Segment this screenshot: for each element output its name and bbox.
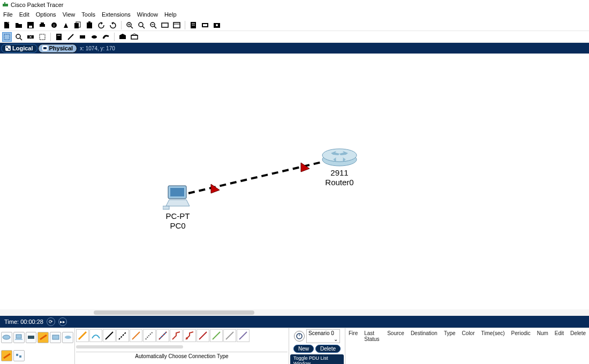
scenario-select[interactable]: Scenario 0 ⌄	[306, 329, 340, 343]
phone-cable-icon[interactable]	[143, 329, 156, 342]
serial-dte-icon[interactable]	[183, 329, 196, 342]
secondary-toolbar	[0, 31, 589, 43]
svg-rect-67	[19, 355, 21, 358]
fast-forward-button[interactable]: ▸▸	[58, 317, 67, 326]
scenario-delete-button[interactable]: Delete	[315, 345, 341, 353]
auto-connection-icon[interactable]	[76, 329, 89, 342]
picker-h-scrollbar[interactable]	[76, 344, 288, 350]
svg-text:i: i	[54, 23, 55, 28]
menu-tools[interactable]: Tools	[81, 11, 95, 18]
zoom-in-icon[interactable]	[125, 20, 134, 30]
octal-icon[interactable]	[197, 329, 209, 342]
multiuser-icon[interactable]	[50, 332, 61, 343]
inspect-tool-icon[interactable]	[14, 32, 24, 42]
device-router0[interactable]: 2911 Router0	[320, 146, 359, 187]
copper-straight-icon[interactable]	[103, 329, 116, 342]
screenshot-icon[interactable]	[212, 20, 222, 30]
svg-rect-44	[80, 35, 85, 39]
pdu-col-color: Color	[462, 330, 475, 363]
menu-help[interactable]: Help	[164, 11, 177, 18]
network-devices-icon[interactable]	[1, 332, 12, 343]
misc-icon[interactable]	[13, 350, 25, 361]
drawing-palette-icon[interactable]	[160, 20, 170, 30]
line-tool-icon[interactable]	[66, 32, 75, 42]
svg-line-74	[199, 332, 207, 339]
menu-window[interactable]: Window	[137, 11, 158, 18]
zoom-out-icon[interactable]	[148, 20, 158, 30]
ellipse-tool-icon[interactable]	[89, 32, 99, 42]
resize-tool-icon[interactable]	[37, 32, 47, 42]
menu-edit[interactable]: Edit	[19, 11, 29, 18]
select-tool-icon[interactable]	[2, 32, 12, 42]
usb-cable2-icon[interactable]	[237, 329, 250, 342]
wizard-icon[interactable]: i	[49, 20, 59, 30]
scrollbar-thumb[interactable]	[94, 310, 254, 315]
workspace-h-scrollbar[interactable]	[0, 309, 589, 316]
menu-options[interactable]: Options	[36, 11, 56, 18]
physical-tab[interactable]: Physical	[38, 44, 78, 53]
app-logo	[2, 2, 9, 8]
save-icon[interactable]	[26, 20, 35, 30]
copper-cross-icon[interactable]	[116, 329, 129, 342]
coaxial-icon[interactable]	[156, 329, 169, 342]
svg-marker-14	[111, 22, 114, 25]
svg-line-68	[105, 332, 113, 339]
svg-line-43	[68, 34, 73, 40]
redo-icon[interactable]	[108, 20, 118, 30]
components-icon[interactable]	[26, 332, 37, 343]
svg-rect-24	[162, 23, 168, 27]
print-icon[interactable]	[37, 20, 47, 30]
menu-file[interactable]: File	[3, 11, 13, 18]
notes-icon[interactable]	[188, 20, 198, 30]
svg-line-22	[154, 26, 156, 28]
copy-icon[interactable]	[73, 20, 82, 30]
menu-extensions[interactable]: Extensions	[102, 11, 131, 18]
svg-rect-41	[56, 34, 62, 40]
iot-cable-icon[interactable]	[210, 329, 223, 342]
place-note-icon[interactable]	[54, 32, 64, 42]
fiber-icon[interactable]	[130, 329, 142, 342]
serial-dce-icon[interactable]	[170, 329, 183, 342]
pdu-col-fire: Fire	[349, 330, 358, 363]
picker-scrollbar-thumb[interactable]	[76, 345, 183, 348]
power-cycle-button[interactable]: ⟳	[47, 317, 55, 326]
svg-rect-5	[40, 24, 45, 27]
toggle-pdu-list-button[interactable]: Toggle PDU List Window	[290, 354, 344, 364]
end-devices-icon[interactable]	[13, 332, 25, 343]
docker-icon[interactable]	[62, 332, 73, 343]
undo-icon[interactable]	[96, 20, 106, 30]
simple-pdu-icon[interactable]	[118, 32, 127, 42]
scenario-new-button[interactable]: New	[293, 345, 314, 353]
svg-marker-56	[166, 200, 190, 206]
svg-line-75	[213, 332, 220, 339]
workspace-canvas[interactable]: PC-PT PC0 2911 Router0	[0, 54, 589, 316]
scenario-panel: Scenario 0 ⌄ New Delete Toggle PDU List …	[289, 328, 345, 364]
activity-icon[interactable]	[61, 20, 71, 30]
svg-rect-63	[28, 336, 34, 339]
new-file-icon[interactable]	[2, 20, 12, 30]
custom-devices-icon[interactable]	[172, 20, 182, 30]
usb-cable-icon[interactable]	[223, 329, 236, 342]
svg-rect-48	[131, 35, 138, 39]
complex-pdu-icon[interactable]	[130, 32, 139, 42]
open-file-icon[interactable]	[14, 20, 24, 30]
svg-point-35	[16, 34, 20, 39]
command-log-icon[interactable]	[200, 20, 210, 30]
freeform-tool-icon[interactable]	[101, 32, 111, 42]
menu-view[interactable]: View	[63, 11, 75, 18]
scenario-timer-icon[interactable]	[294, 331, 305, 342]
rectangle-tool-icon[interactable]	[78, 32, 87, 42]
device-pc0[interactable]: PC-PT PC0	[163, 184, 193, 231]
logical-tab[interactable]: Logical	[1, 44, 37, 53]
console-cable-icon[interactable]	[89, 329, 102, 342]
svg-rect-46	[119, 35, 126, 39]
app-title: Cisco Packet Tracer	[11, 2, 63, 8]
zoom-reset-icon[interactable]	[137, 20, 146, 30]
connection-link[interactable]	[188, 162, 321, 193]
paste-icon[interactable]	[85, 20, 94, 30]
delete-tool-icon[interactable]	[26, 32, 35, 42]
svg-line-70	[132, 332, 140, 339]
pdu-col-periodic: Periodic	[511, 330, 531, 363]
connections-category-icon[interactable]	[1, 350, 12, 361]
connections-icon[interactable]	[37, 332, 49, 343]
